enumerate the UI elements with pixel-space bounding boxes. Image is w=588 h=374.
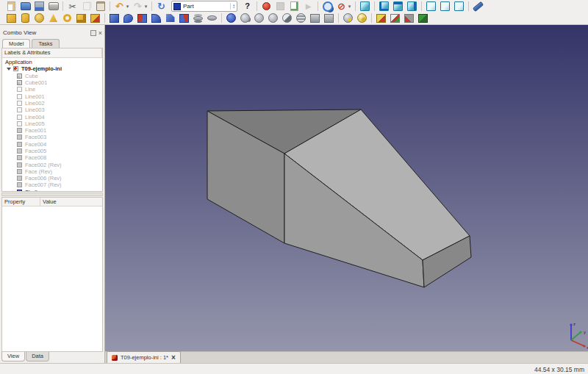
tree-item-face004[interactable]: Face004 bbox=[2, 141, 102, 148]
redo-icon: ↷ bbox=[132, 1, 144, 12]
3d-viewport[interactable]: zyx bbox=[105, 25, 588, 351]
new-document-icon[interactable] bbox=[5, 1, 18, 12]
tree-item-line003[interactable]: Line003 bbox=[2, 107, 102, 113]
toolbar-separator bbox=[221, 13, 222, 23]
tree-item-cube001[interactable]: Cube001 bbox=[2, 79, 102, 86]
tree-item-label: Face (Rev) bbox=[25, 168, 52, 175]
macro-edit-icon[interactable] bbox=[288, 1, 301, 12]
part-intersection-icon[interactable] bbox=[267, 12, 279, 24]
part-extrude-icon[interactable] bbox=[108, 12, 121, 24]
close-document-icon[interactable]: × bbox=[171, 355, 176, 361]
part-fillet-icon[interactable] bbox=[150, 12, 162, 24]
tree-item-face006-rev-[interactable]: Face006 (Rev) bbox=[2, 175, 102, 181]
panel-splitter[interactable] bbox=[1, 193, 103, 196]
part-sphere-icon[interactable] bbox=[33, 12, 46, 24]
expand-arrow-icon[interactable] bbox=[7, 68, 11, 71]
print-icon[interactable] bbox=[47, 1, 60, 12]
part-check-geometry-icon[interactable] bbox=[356, 12, 368, 24]
tab-view[interactable]: View bbox=[1, 352, 25, 362]
part-boolean-icon[interactable] bbox=[225, 12, 237, 24]
tree-item-line[interactable]: Line bbox=[2, 86, 102, 93]
tree-item-face007-rev-[interactable]: Face007 (Rev) bbox=[2, 181, 102, 188]
part-simple-copy-icon[interactable] bbox=[417, 12, 429, 24]
part-defeaturing-icon[interactable] bbox=[375, 12, 387, 24]
part-loft-icon[interactable] bbox=[192, 12, 204, 24]
tree-item-face005[interactable]: Face005 bbox=[2, 148, 102, 154]
part-mirror-icon[interactable] bbox=[136, 12, 148, 24]
tree-item-face008[interactable]: Face008 bbox=[2, 154, 102, 161]
workbench-selector[interactable]: Part↕ bbox=[171, 1, 237, 12]
cut-icon[interactable]: ✂ bbox=[66, 1, 79, 12]
part-cut-icon[interactable] bbox=[239, 12, 251, 24]
viewport-canvas[interactable]: zyx bbox=[105, 25, 588, 351]
view-rear-icon[interactable] bbox=[425, 1, 437, 12]
tab-data[interactable]: Data bbox=[26, 352, 49, 362]
part-reverse-shapes-icon[interactable] bbox=[403, 12, 415, 24]
tree-item-line004[interactable]: Line004 bbox=[2, 113, 102, 120]
tree-item-line005[interactable]: Line005 bbox=[2, 121, 102, 127]
part-primitives-icon[interactable] bbox=[75, 12, 87, 24]
refresh-icon[interactable]: ↻ bbox=[155, 1, 168, 12]
part-section-icon[interactable] bbox=[281, 12, 293, 24]
part-cylinder-icon[interactable] bbox=[19, 12, 32, 24]
view-right-icon[interactable] bbox=[406, 1, 418, 12]
view-left-icon[interactable] bbox=[453, 1, 465, 12]
paste-icon[interactable] bbox=[94, 1, 107, 12]
part-sweep-icon[interactable] bbox=[206, 12, 218, 24]
tree-item-shell[interactable]: Shell bbox=[2, 189, 102, 191]
whats-this-icon[interactable]: ? bbox=[241, 1, 254, 12]
tree-item-line002[interactable]: Line002 bbox=[2, 100, 102, 107]
tree-item-face001[interactable]: Face001 bbox=[2, 127, 102, 134]
cube-icon bbox=[17, 80, 22, 85]
part-compound-icon[interactable] bbox=[342, 12, 354, 24]
tree-document[interactable]: T09-ejemplo-ini bbox=[2, 65, 102, 72]
toolbar-standard: ✂↶▾↷▾↻Part↕?▶⊘▾ bbox=[0, 0, 588, 12]
tree-item-label: Line005 bbox=[25, 121, 45, 127]
open-document-icon[interactable] bbox=[19, 1, 32, 12]
tree-item-face003[interactable]: Face003 bbox=[2, 134, 102, 140]
tree-item-line001[interactable]: Line001 bbox=[2, 93, 102, 99]
view-top-icon[interactable] bbox=[392, 1, 404, 12]
save-document-icon[interactable] bbox=[33, 1, 46, 12]
part-box-icon[interactable] bbox=[5, 12, 18, 24]
tree-item-cube[interactable]: Cube bbox=[2, 73, 102, 79]
close-panel-icon[interactable]: × bbox=[98, 31, 102, 35]
view-front-icon[interactable] bbox=[378, 1, 390, 12]
part-refine-shape-icon[interactable] bbox=[389, 12, 401, 24]
part-cone-icon[interactable] bbox=[47, 12, 60, 24]
workbench-icon bbox=[173, 3, 181, 10]
part-thickness-icon[interactable] bbox=[323, 12, 335, 24]
undo-icon[interactable]: ↶ bbox=[113, 1, 126, 12]
fit-all-icon[interactable] bbox=[321, 1, 334, 12]
part-torus-icon[interactable] bbox=[61, 12, 74, 24]
draw-style-icon[interactable]: ⊘ bbox=[335, 1, 348, 12]
part-shape-builder-icon[interactable] bbox=[89, 12, 101, 24]
float-panel-icon[interactable] bbox=[90, 30, 96, 36]
part-cross-sections-icon[interactable] bbox=[295, 12, 307, 24]
tree-item-label: Shell bbox=[25, 189, 37, 191]
part-offset-icon[interactable] bbox=[309, 12, 321, 24]
value-column-header[interactable]: Value bbox=[40, 198, 57, 206]
part-ruled-surface-icon[interactable] bbox=[178, 12, 190, 24]
part-revolve-icon[interactable] bbox=[122, 12, 135, 24]
macro-record-icon[interactable] bbox=[260, 1, 273, 12]
combo-spin-icon[interactable]: ↕ bbox=[230, 3, 235, 10]
redo-dropdown-icon[interactable]: ▾ bbox=[143, 1, 148, 12]
tab-tasks[interactable]: Tasks bbox=[32, 39, 59, 48]
tree-item-label: Cube bbox=[25, 73, 38, 79]
tree-item-face-rev-[interactable]: Face (Rev) bbox=[2, 168, 102, 175]
undo-dropdown-icon[interactable]: ▾ bbox=[125, 1, 130, 12]
doc-icon bbox=[13, 66, 18, 71]
view-isometric-icon[interactable] bbox=[359, 1, 371, 12]
tree-column-header[interactable]: Labels & Attributes bbox=[2, 48, 102, 58]
tree-root-application[interactable]: Application bbox=[2, 59, 102, 65]
part-union-icon[interactable] bbox=[253, 12, 265, 24]
property-column-header[interactable]: Property bbox=[2, 198, 40, 206]
view-bottom-icon[interactable] bbox=[439, 1, 451, 12]
part-chamfer-icon[interactable] bbox=[164, 12, 176, 24]
tab-model[interactable]: Model bbox=[2, 39, 30, 48]
tree-item-face002-rev-[interactable]: Face002 (Rev) bbox=[2, 161, 102, 168]
measure-distance-icon[interactable] bbox=[472, 1, 484, 12]
document-tab[interactable]: T09-ejemplo-ini : 1* × bbox=[107, 351, 181, 363]
draw-style-dropdown-icon[interactable]: ▾ bbox=[347, 1, 352, 12]
